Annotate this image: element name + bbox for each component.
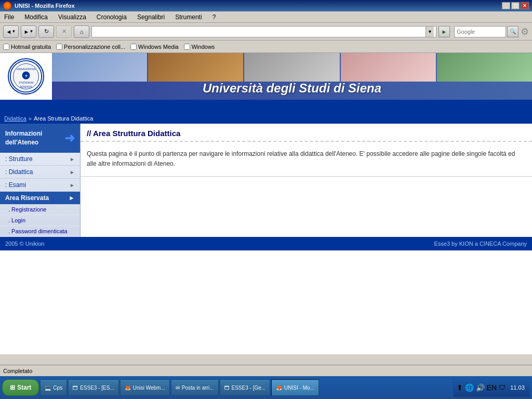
sidebar-link-strutture[interactable]: : Strutture ► xyxy=(0,153,80,166)
maximize-button[interactable]: ◻ xyxy=(511,2,520,9)
sidebar-header-label: Informazionidell'Ateneo xyxy=(5,130,42,146)
page-layout: Informazionidell'Ateneo ➜ : Strutture ► … xyxy=(0,124,532,237)
sidebar-link-strutture-label: : Strutture xyxy=(5,155,33,163)
tray-icon-1[interactable]: ⬆ xyxy=(457,383,463,392)
menu-segnalibri[interactable]: Segnalibri xyxy=(135,12,167,22)
bookmark-personalizzazione[interactable]: Personalizzazione coll... xyxy=(56,44,125,50)
bookmark-hotmail-label: Hotmail gratuita xyxy=(11,44,51,50)
sidebar-link-esami[interactable]: : Esami ► xyxy=(0,179,80,192)
sidebar-subitem-login-label: . Login xyxy=(8,217,25,223)
address-dropdown-icon[interactable]: ▼ xyxy=(425,26,434,37)
taskbar-btn-posta[interactable]: ✉ Posta in arri... xyxy=(171,379,219,396)
svg-text:⚜: ⚜ xyxy=(24,74,28,78)
refresh-icon: ↻ xyxy=(44,28,49,35)
svg-text:SENENSIS: SENENSIS xyxy=(20,86,32,88)
taskbar: ⊞ Start 💻 Cps 🗔 ESSE3 - [ES... 🦊 Unisi W… xyxy=(0,376,532,399)
address-bar[interactable]: ▼ xyxy=(91,26,436,37)
toolbar: ◄ ▼ ► ▼ ↻ ✕ ⌂ ▼ ► 🔍 ⚙ xyxy=(0,23,532,41)
content-body: Questa pagina è il punto di partenza per… xyxy=(81,142,532,177)
sidebar-subitem-registrazione[interactable]: . Registrazione xyxy=(0,204,80,215)
taskbar-btn-esse3-1-icon: 🗔 xyxy=(73,385,78,391)
refresh-button[interactable]: ↻ xyxy=(38,25,54,38)
content-title: // Area Struttura Didattica xyxy=(87,129,180,138)
menubar: File Modifica Visualizza Cronologia Segn… xyxy=(0,11,532,23)
university-banner: Università degli Studi di Siena xyxy=(52,53,532,100)
bookmark-personalizzazione-checkbox[interactable] xyxy=(56,44,62,50)
taskbar-btn-unisi-webm-label: Unisi Webm... xyxy=(133,385,165,391)
breadcrumb-parent[interactable]: Didattica xyxy=(4,115,26,122)
taskbar-btn-unisi-mo[interactable]: 🦊 UNISI - Mo... xyxy=(271,379,319,396)
start-label: Start xyxy=(17,384,31,391)
close-button[interactable]: ✕ xyxy=(521,2,529,9)
back-dropdown-icon[interactable]: ▼ xyxy=(11,29,16,34)
taskbar-btn-posta-label: Posta in arri... xyxy=(182,385,214,391)
menu-file[interactable]: File xyxy=(2,12,16,22)
content-header: // Area Struttura Didattica xyxy=(81,124,532,142)
tray-icon-2[interactable]: 🌐 xyxy=(465,383,474,392)
sidebar-reserved-header: Area Riservata ► xyxy=(0,192,80,204)
browser-content: UNIVERSITAS STUDIORUM SENENSIS ⚜ Univers… xyxy=(0,53,532,354)
footer-left: 2005 © Unikion xyxy=(5,241,44,247)
address-input[interactable] xyxy=(94,26,425,37)
taskbar-btn-posta-icon: ✉ xyxy=(176,385,180,391)
taskbar-btn-unisi-mo-icon: 🦊 xyxy=(276,385,282,391)
stop-button[interactable]: ✕ xyxy=(56,25,72,38)
university-logo-area: UNIVERSITAS STUDIORUM SENENSIS ⚜ xyxy=(0,53,52,100)
sidebar-link-didattica[interactable]: : Didattica ► xyxy=(0,166,80,179)
university-title: Università degli Studi di Siena xyxy=(57,81,527,96)
back-icon: ◄ xyxy=(6,29,12,35)
bookmark-windows-media-checkbox[interactable] xyxy=(130,44,137,50)
start-button[interactable]: ⊞ Start xyxy=(2,379,39,396)
tray-icon-4[interactable]: EN xyxy=(487,383,497,392)
banner-images xyxy=(52,53,532,82)
bookmark-hotmail[interactable]: Hotmail gratuita xyxy=(3,44,51,50)
back-button[interactable]: ◄ ▼ xyxy=(3,25,19,38)
taskbar-btn-cps-icon: 💻 xyxy=(45,385,51,391)
sidebar-subitem-login[interactable]: . Login xyxy=(0,215,80,226)
forward-dropdown-icon[interactable]: ▼ xyxy=(29,29,33,34)
taskbar-btn-esse3-2[interactable]: 🗔 ESSE3 - [Ge... xyxy=(220,379,271,396)
bookmark-windows-checkbox[interactable] xyxy=(184,44,190,50)
sidebar-header-text: Informazionidell'Ateneo xyxy=(5,129,42,147)
forward-icon: ► xyxy=(24,29,30,35)
settings-icon[interactable]: ⚙ xyxy=(521,26,529,37)
start-icon: ⊞ xyxy=(10,384,15,391)
sidebar-link-esami-label: : Esami xyxy=(5,181,26,189)
home-icon: ⌂ xyxy=(80,29,84,35)
banner-img-5 xyxy=(437,53,532,82)
menu-visualizza[interactable]: Visualizza xyxy=(56,12,88,22)
statusbar-text: Completato xyxy=(3,368,32,374)
forward-button[interactable]: ► ▼ xyxy=(21,25,36,38)
menu-strumenti[interactable]: Strumenti xyxy=(173,12,204,22)
tray-icon-3[interactable]: 🔊 xyxy=(476,383,485,392)
banner-img-1 xyxy=(52,53,147,82)
menu-cronologia[interactable]: Cronologia xyxy=(95,12,129,22)
minimize-button[interactable]: _ xyxy=(502,2,510,9)
taskbar-btn-unisi-webm[interactable]: 🦊 Unisi Webm... xyxy=(120,379,170,396)
banner-img-2 xyxy=(148,53,243,82)
breadcrumb: Didattica » Area Struttura Didattica xyxy=(0,113,532,124)
bookmark-windows-media-label: Windows Media xyxy=(138,44,179,50)
home-button[interactable]: ⌂ xyxy=(74,25,89,38)
taskbar-btn-cps[interactable]: 💻 Cps xyxy=(40,379,67,396)
tray-icon-antivirus[interactable]: 🛡 xyxy=(499,383,506,392)
sidebar-reserved-label: Area Riservata xyxy=(5,194,49,202)
bookmark-windows[interactable]: Windows xyxy=(184,44,215,50)
taskbar-btn-esse3-1[interactable]: 🗔 ESSE3 - [ES... xyxy=(68,379,119,396)
main-content: // Area Struttura Didattica Questa pagin… xyxy=(81,124,532,237)
sidebar-subitem-password[interactable]: . Password dimenticata xyxy=(0,226,80,237)
menu-modifica[interactable]: Modifica xyxy=(22,12,50,22)
search-input[interactable] xyxy=(454,26,506,37)
go-button[interactable]: ► xyxy=(438,26,450,37)
firefox-icon xyxy=(3,2,11,10)
bookmark-hotmail-checkbox[interactable] xyxy=(3,44,9,50)
university-header: UNIVERSITAS STUDIORUM SENENSIS ⚜ Univers… xyxy=(0,53,532,100)
search-button[interactable]: 🔍 xyxy=(507,26,518,37)
bookmark-windows-media[interactable]: Windows Media xyxy=(130,44,179,50)
breadcrumb-current: Area Struttura Didattica xyxy=(34,115,93,122)
sidebar-subitem-password-label: . Password dimenticata xyxy=(8,228,68,234)
breadcrumb-separator: » xyxy=(29,115,32,122)
titlebar-title: UNISI - Mozilla Firefox xyxy=(15,3,75,9)
system-clock: 11.03 xyxy=(508,384,527,391)
menu-help[interactable]: ? xyxy=(210,12,218,22)
